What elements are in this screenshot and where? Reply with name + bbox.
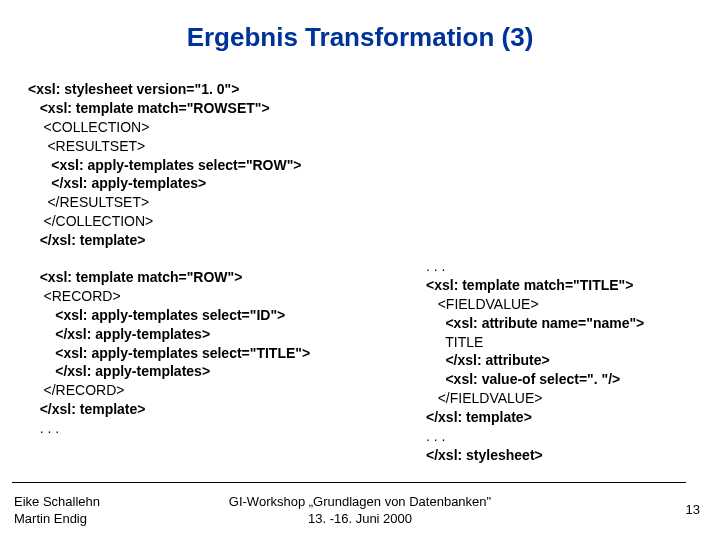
workshop-title: GI-Workshop „Grundlagen von Datenbanken" <box>0 494 720 511</box>
code-line: <xsl: template match="TITLE"> <box>426 276 720 295</box>
code-line: . . . <box>28 419 428 438</box>
code-line: . . . <box>426 257 720 276</box>
code-line: <xsl: apply-templates select="TITLE"> <box>28 344 428 363</box>
code-line: . . . <box>426 427 720 446</box>
left-code-column: <xsl: stylesheet version="1. 0"> <xsl: t… <box>28 80 428 438</box>
code-line: <xsl: apply-templates select="ROW"> <box>28 156 428 175</box>
code-line: </RESULTSET> <box>28 193 428 212</box>
authors-block: Eike Schallehn Martin Endig <box>14 494 100 528</box>
author-name: Eike Schallehn <box>14 494 100 511</box>
code-line: </xsl: apply-templates> <box>28 362 428 381</box>
code-line: </xsl: attribute> <box>426 351 720 370</box>
footer-center: GI-Workshop „Grundlagen von Datenbanken"… <box>0 490 720 528</box>
author-name: Martin Endig <box>14 511 100 528</box>
code-line: <FIELDVALUE> <box>426 295 720 314</box>
code-line: <COLLECTION> <box>28 118 428 137</box>
page-number: 13 <box>686 502 700 517</box>
code-line: <RECORD> <box>28 287 428 306</box>
code-content: <xsl: stylesheet version="1. 0"> <xsl: t… <box>28 80 700 438</box>
code-line: <xsl: template match="ROWSET"> <box>28 99 428 118</box>
code-line: <xsl: apply-templates select="ID"> <box>28 306 428 325</box>
workshop-dates: 13. -16. Juni 2000 <box>0 511 720 528</box>
code-line: </RECORD> <box>28 381 428 400</box>
code-line: </xsl: stylesheet> <box>426 446 720 465</box>
code-line: </FIELDVALUE> <box>426 389 720 408</box>
code-line: </COLLECTION> <box>28 212 428 231</box>
code-line: </xsl: template> <box>426 408 720 427</box>
code-line: </xsl: template> <box>28 400 428 419</box>
code-line: <xsl: stylesheet version="1. 0"> <box>28 80 428 99</box>
code-line: <xsl: attribute name="name"> <box>426 314 720 333</box>
code-line: TITLE <box>426 333 720 352</box>
code-line: </xsl: template> <box>28 231 428 250</box>
slide-title: Ergebnis Transformation (3) <box>0 0 720 71</box>
footer-divider <box>12 482 686 483</box>
code-line: <RESULTSET> <box>28 137 428 156</box>
slide-footer: Eike Schallehn Martin Endig GI-Workshop … <box>0 490 720 528</box>
code-line: <xsl: value-of select=". "/> <box>426 370 720 389</box>
code-line: </xsl: apply-templates> <box>28 325 428 344</box>
right-code-column: . . . <xsl: template match="TITLE"> <FIE… <box>426 257 720 465</box>
code-line: </xsl: apply-templates> <box>28 174 428 193</box>
code-line: <xsl: template match="ROW"> <box>28 268 428 287</box>
